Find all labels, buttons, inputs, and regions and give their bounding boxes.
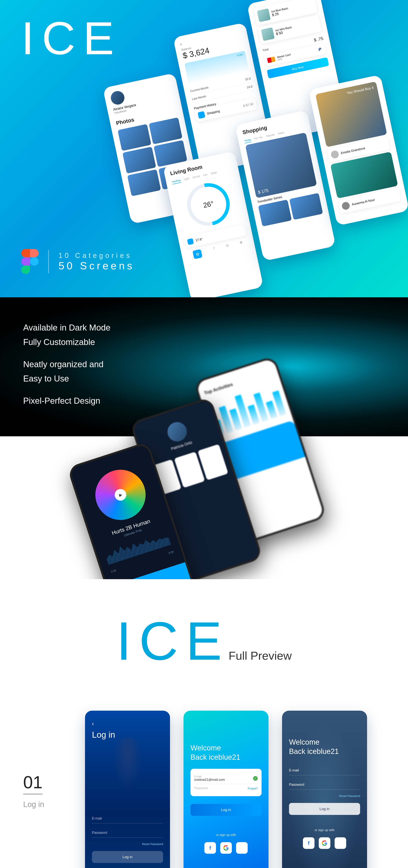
hero-phone-mockups: Ainara Vergara Trondheim Photos ‹ Balanc…: [93, 0, 408, 297]
figma-block: 10 Categories 50 Screens: [21, 249, 135, 274]
facebook-button[interactable]: f: [204, 842, 216, 854]
product-thumb: [257, 8, 271, 22]
avatar: [330, 150, 340, 159]
or-signup-label: or sign up with: [289, 829, 360, 832]
categories-count: 10 Categories: [59, 252, 135, 260]
mastercard-icon: [267, 57, 276, 63]
photo-tile: [122, 147, 156, 174]
reset-password-link[interactable]: Reset Password: [289, 794, 360, 798]
product-tile[interactable]: [289, 193, 323, 220]
login-screen-3: WelcomeBack iceblue21 E-mail Password Re…: [282, 711, 367, 868]
login-section: 01 Log in ‹ Log in E-mail Password Reset…: [0, 699, 408, 868]
paypal-icon: P: [318, 46, 323, 52]
welcome-heading: WelcomeBack iceblue21: [191, 743, 262, 762]
apple-button[interactable]: [334, 837, 346, 849]
separator: [48, 250, 49, 273]
product-thumb: [261, 27, 275, 41]
preview-header: ICE Full Preview: [0, 579, 408, 699]
check-icon: ✓: [253, 776, 258, 781]
thermo-icon: [187, 238, 194, 245]
album-disc[interactable]: [89, 463, 152, 526]
email-field[interactable]: E-mail: [92, 814, 163, 824]
google-button[interactable]: [220, 842, 232, 854]
login-card: E-mailiceblue21@mail.com ✓ Password Forg…: [191, 769, 262, 796]
login-screen-2: WelcomeBack iceblue21 E-mailiceblue21@ma…: [183, 711, 268, 868]
section-label: 01 Log in: [23, 711, 69, 809]
reset-password-link[interactable]: Reset Password: [92, 842, 163, 846]
moon-icon[interactable]: ☽: [212, 246, 216, 255]
featured-product[interactable]: $ 175: [245, 132, 317, 198]
avatar: [165, 420, 189, 444]
welcome-heading: WelcomeBack iceblue21: [289, 738, 360, 756]
photo-tile: [127, 169, 161, 196]
email-field[interactable]: E-mail: [289, 766, 360, 775]
section-name: Log in: [23, 800, 69, 809]
photo-tile: [149, 117, 182, 145]
photo-tile: [118, 124, 151, 151]
login-button[interactable]: Log in: [191, 804, 262, 816]
google-button[interactable]: [319, 837, 330, 849]
facebook-button[interactable]: f: [303, 837, 315, 849]
email-value[interactable]: iceblue21@mail.com: [194, 778, 225, 782]
power-icon[interactable]: ⏻: [193, 249, 202, 259]
password-field[interactable]: Password: [289, 780, 360, 789]
login-screens: ‹ Log in E-mail Password Reset Password …: [85, 711, 385, 868]
dark-section: Available in Dark ModeFully Customizable…: [0, 297, 408, 579]
section-number: 01: [23, 772, 42, 794]
feature-list: Available in Dark ModeFully Customizable…: [23, 320, 111, 416]
product-tile[interactable]: [258, 199, 292, 226]
forgot-link[interactable]: Forgot?: [247, 787, 258, 790]
avatar: [110, 90, 125, 106]
temperature-dial[interactable]: 26°: [179, 175, 238, 234]
shopping-icon: [198, 111, 205, 119]
social-buttons: f: [191, 842, 262, 854]
full-preview-label: Full Preview: [229, 649, 292, 662]
or-signup-label: or sign up with: [191, 833, 262, 837]
login-button[interactable]: Log in: [289, 803, 360, 815]
password-placeholder[interactable]: Password: [194, 786, 208, 790]
social-buttons: f: [289, 837, 360, 849]
clock-icon[interactable]: ◷: [226, 243, 230, 252]
recommend-hero: You Should Buy it: [315, 82, 387, 147]
figma-text: 10 Categories 50 Screens: [59, 252, 135, 272]
ice-logo-blue: ICE: [116, 610, 230, 672]
login-title: Log in: [92, 730, 163, 740]
login-screen-1: ‹ Log in E-mail Password Reset Password …: [85, 711, 170, 868]
login-button[interactable]: Log in: [92, 851, 163, 863]
gear-icon[interactable]: ⚙: [239, 240, 243, 249]
avatar: [341, 202, 350, 211]
apple-button[interactable]: [236, 842, 247, 854]
password-field[interactable]: Password: [92, 828, 163, 838]
figma-icon: [21, 249, 39, 274]
hero-section: ICE Ainara Vergara Trondheim Photos ‹ Ba…: [0, 0, 408, 297]
back-arrow-icon[interactable]: ‹: [92, 720, 163, 727]
screens-count: 50 Screens: [59, 260, 135, 272]
